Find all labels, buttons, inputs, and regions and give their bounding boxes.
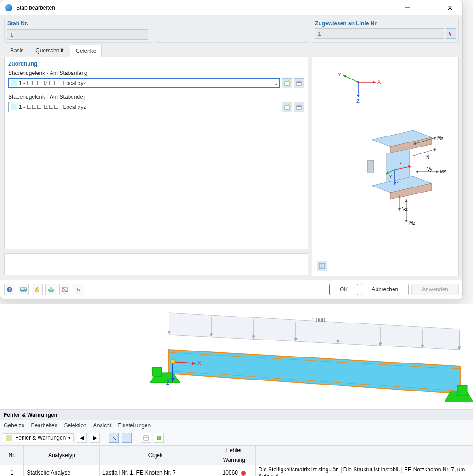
svg-rect-97 <box>157 436 161 440</box>
filter1-button[interactable] <box>109 433 119 443</box>
svg-text:N: N <box>426 155 429 160</box>
svg-line-32 <box>413 149 436 156</box>
svg-marker-84 <box>152 367 162 376</box>
svg-text:My: My <box>440 169 446 174</box>
svg-rect-0 <box>427 6 431 10</box>
lower-blank-panel <box>4 253 308 275</box>
tab-gelenke[interactable]: Gelenke <box>70 45 102 57</box>
errors-table: Nr. Analysetyp Objekt Fehler Warnung 1 S… <box>0 445 473 476</box>
svg-marker-45 <box>398 208 401 211</box>
hinge-i-value: 1 - ☐☐☐ ☑☐☐ | Local xyz <box>19 80 272 86</box>
model-viewport[interactable]: 1.000 X Z <box>0 304 473 409</box>
errors-panel: Fehler & Warnungen Gehe zu Bearbeiten Se… <box>0 409 473 476</box>
tab-basis[interactable]: Basis <box>4 45 29 57</box>
svg-text:?: ? <box>8 287 11 292</box>
chevron-down-icon: ▾ <box>68 436 71 440</box>
grid-button[interactable] <box>141 433 151 443</box>
svg-text:Y: Y <box>338 72 342 77</box>
filter2-button[interactable] <box>122 433 132 443</box>
cancel-button[interactable]: Abbrechen <box>361 284 409 295</box>
hinge-i-new-button[interactable] <box>282 78 292 88</box>
beam-diagram-icon: x y z N Mx <box>367 130 450 232</box>
svg-text:fx: fx <box>77 287 81 292</box>
minimize-button[interactable] <box>397 1 418 15</box>
hinge-j-edit-button[interactable] <box>294 102 304 112</box>
svg-text:Vy: Vy <box>427 167 432 172</box>
hinge-i-edit-button[interactable] <box>294 78 304 88</box>
chevron-down-icon: ⌄ <box>274 81 278 86</box>
render-button[interactable] <box>45 284 56 295</box>
svg-rect-51 <box>319 263 325 269</box>
assigned-line-input[interactable] <box>315 28 444 39</box>
ok-button[interactable]: OK <box>329 284 358 295</box>
next-error-button[interactable]: ▶ <box>90 433 100 443</box>
svg-text:X: X <box>377 79 381 85</box>
menu-settings[interactable]: Einstellungen <box>118 422 151 429</box>
preview-settings-button[interactable] <box>317 261 327 271</box>
col-warnung[interactable]: Warnung <box>213 455 256 465</box>
hinge-j-color-swatch <box>11 104 17 110</box>
window-title: Stab bearbeiten <box>16 5 397 11</box>
edit-member-dialog: Stab bearbeiten Stab Nr. Zugewiesen an L… <box>0 0 463 299</box>
svg-point-16 <box>357 81 359 83</box>
hinge-i-label: Stabendgelenk - Am Stabanfang i <box>8 70 304 76</box>
svg-text:y: y <box>389 173 392 178</box>
hinge-j-dropdown[interactable]: 1 - ☐☐☐ ☑☐☐ | Local xyz ⌄ <box>8 102 280 112</box>
errors-category-dropdown[interactable]: Fehler & Warnungen ▾ <box>3 433 74 442</box>
prev-error-button[interactable]: ◀ <box>77 433 87 443</box>
close-button[interactable] <box>439 1 461 15</box>
tab-querschnitt[interactable]: Querschnitt <box>29 45 69 57</box>
svg-rect-3 <box>297 82 301 83</box>
function-button[interactable]: fx <box>73 284 84 295</box>
svg-marker-57 <box>35 287 39 291</box>
svg-text:Vz: Vz <box>402 207 408 212</box>
hinge-j-label: Stabendgelenk - Am Stabende j <box>8 94 304 100</box>
col-type[interactable]: Analysetyp <box>24 446 100 465</box>
svg-text:0,00: 0,00 <box>20 288 27 291</box>
assigned-line-panel: Zugewiesen an Linie Nr. <box>312 18 459 43</box>
table-row[interactable]: 1 Statische Analyse Lastfall Nr. 1, FE-K… <box>0 465 473 476</box>
titlebar: Stab bearbeiten <box>0 0 462 15</box>
hinge-j-value: 1 - ☐☐☐ ☑☐☐ | Local xyz <box>19 104 272 110</box>
units-button[interactable]: 0,00 <box>18 284 29 295</box>
errors-title: Fehler & Warnungen <box>0 410 473 420</box>
svg-marker-49 <box>405 199 408 202</box>
assigned-line-label: Zugewiesen an Linie Nr. <box>312 18 458 28</box>
error-icon <box>241 471 246 476</box>
support-button[interactable] <box>32 284 43 295</box>
hinge-i-color-swatch <box>11 80 17 86</box>
tabs-band: Basis Querschnitt Gelenke <box>4 45 459 57</box>
menu-selection[interactable]: Selektion <box>64 422 86 429</box>
member-number-input[interactable] <box>7 29 148 40</box>
hinge-i-dropdown[interactable]: 1 - ☐☐☐ ☑☐☐ | Local xyz ⌄ <box>8 78 280 88</box>
category-icon <box>6 435 12 441</box>
svg-rect-4 <box>285 106 289 109</box>
svg-marker-8 <box>373 81 376 84</box>
export-button[interactable] <box>154 433 164 443</box>
col-obj[interactable]: Objekt <box>100 446 213 465</box>
maximize-button[interactable] <box>418 1 439 15</box>
col-fehler[interactable]: Fehler <box>213 446 256 455</box>
svg-text:1.000: 1.000 <box>311 317 325 323</box>
svg-rect-59 <box>50 287 52 290</box>
help-button[interactable]: ? <box>4 284 15 295</box>
svg-marker-41 <box>416 170 418 173</box>
delete-button[interactable] <box>59 284 70 295</box>
menu-edit[interactable]: Bearbeiten <box>31 422 57 429</box>
col-nr[interactable]: Nr. <box>0 446 24 465</box>
member-number-label: Stab Nr. <box>5 18 151 28</box>
cell-code: 10060 <box>213 465 256 476</box>
errors-toolbar: Fehler & Warnungen ▾ ◀ ▶ <box>0 431 473 445</box>
axis-triad-icon: X Y Z <box>335 71 381 103</box>
svg-rect-6 <box>297 106 301 107</box>
cell-type: Statische Analyse <box>24 465 100 476</box>
middle-panel <box>155 18 308 43</box>
svg-marker-86 <box>457 385 467 396</box>
menu-view[interactable]: Ansicht <box>93 422 111 429</box>
pick-line-button[interactable] <box>446 28 456 39</box>
apply-button[interactable]: Anwenden <box>411 284 459 295</box>
menu-goto[interactable]: Gehe zu <box>4 422 24 429</box>
cell-msg: Die Steifigkeitsmatrix ist singulär. | D… <box>255 465 473 476</box>
hinge-j-new-button[interactable] <box>282 102 292 112</box>
svg-rect-22 <box>367 160 374 172</box>
